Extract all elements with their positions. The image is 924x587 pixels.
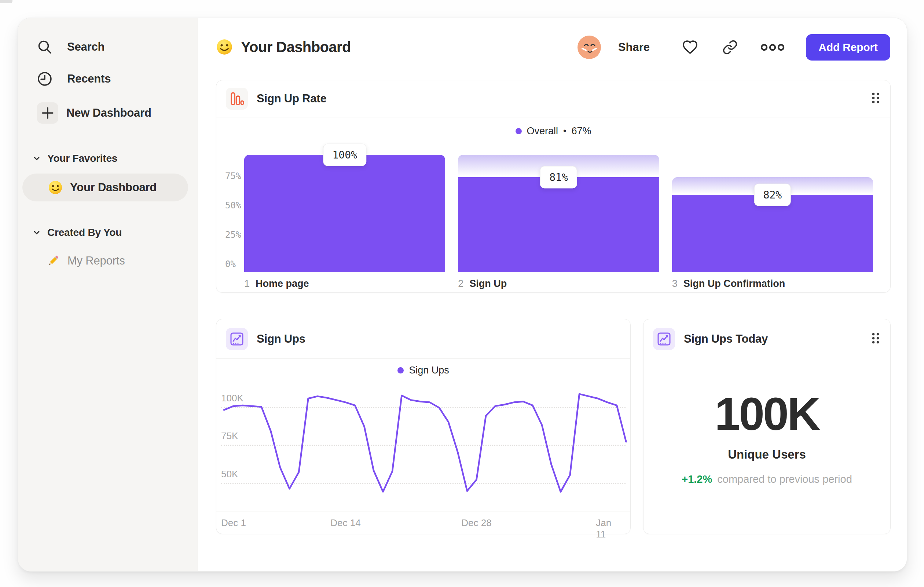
funnel-bar-fill (458, 177, 659, 272)
sidebar-section-label: Your Favorites (47, 153, 117, 164)
line-chart-icon (653, 328, 675, 350)
card-title: Sign Up Rate (257, 92, 327, 105)
funnel-y-tick: 50% (225, 200, 241, 211)
funnel-bar[interactable]: 82%3Sign Up Confirmation (672, 155, 873, 272)
app-window: Search Recents New Dashboard Your Favori… (18, 18, 907, 572)
stat-delta-row: +1.2% compared to previous period (644, 473, 890, 485)
sign-up-rate-card: Sign Up Rate Overall • 67% 75%50%25%0% 1… (216, 80, 891, 293)
funnel-step-label: 3Sign Up Confirmation (672, 278, 785, 289)
sidebar-item-label: My Reports (68, 254, 125, 268)
funnel-step-label: 2Sign Up (458, 278, 507, 289)
chevron-down-icon (33, 154, 41, 162)
conversion-badge: 82% (754, 184, 791, 206)
sidebar-item-recents[interactable]: Recents (37, 66, 111, 92)
card-header: Sign Ups Today (644, 319, 890, 359)
sidebar: Search Recents New Dashboard Your Favori… (18, 18, 198, 571)
search-icon (37, 39, 53, 55)
header-actions: Share Add Report (577, 34, 890, 61)
sidebar-item-new-dashboard[interactable]: New Dashboard (37, 100, 152, 126)
favorite-heart-icon[interactable] (682, 40, 698, 55)
sidebar-section-created-by-you[interactable]: Created By You (33, 227, 122, 239)
legend-series-name: Overall (527, 126, 558, 137)
share-button[interactable]: Share (618, 41, 650, 54)
funnel-step-label: 1Home page (244, 278, 309, 289)
step-number: 2 (458, 278, 464, 289)
sign-ups-card: Sign Ups Sign Ups 100K75K50KDec 1Dec 14D… (216, 319, 631, 534)
funnel-bar-fill (672, 195, 873, 272)
funnel-bar-fill (244, 155, 445, 272)
smiley-emoji-icon (216, 38, 233, 55)
pencil-emoji-icon (46, 254, 60, 268)
sidebar-section-your-favorites[interactable]: Your Favorites (33, 152, 117, 165)
funnel-y-tick: 25% (225, 230, 241, 240)
conversion-badge: 81% (540, 166, 577, 188)
legend-dot (516, 128, 522, 134)
funnel-y-tick: 75% (225, 171, 241, 181)
legend-value: 67% (571, 126, 591, 137)
sidebar-item-label: New Dashboard (66, 106, 152, 120)
sidebar-item-your-dashboard[interactable]: Your Dashboard (22, 174, 188, 202)
card-header: Sign Up Rate (216, 80, 890, 117)
top-left-artifact (0, 0, 12, 3)
funnel-y-tick: 0% (225, 259, 236, 269)
sidebar-item-label: Your Dashboard (70, 181, 157, 194)
drag-handle-icon[interactable] (871, 92, 880, 106)
screen: Search Recents New Dashboard Your Favori… (0, 0, 924, 587)
card-title: Sign Ups Today (684, 332, 768, 346)
more-options-icon[interactable] (760, 43, 785, 52)
drag-handle-icon[interactable] (871, 332, 880, 346)
step-name: Sign Up Confirmation (683, 278, 785, 289)
stat-value: 100K (644, 387, 890, 441)
main-content: Your Dashboard Share (198, 18, 907, 571)
sign-ups-line-series (216, 319, 631, 534)
legend-separator: • (563, 126, 566, 136)
sign-ups-today-card: Sign Ups Today 100K Unique Users +1.2% c… (643, 319, 891, 534)
stat-delta-note: compared to previous period (717, 473, 852, 485)
dashboard-title-group: Your Dashboard (216, 35, 351, 59)
clock-icon (37, 71, 53, 87)
sidebar-item-search[interactable]: Search (37, 34, 104, 60)
conversion-badge: 100% (323, 144, 366, 166)
sidebar-item-label: Recents (67, 72, 111, 86)
plus-icon (37, 103, 58, 124)
chevron-down-icon (33, 228, 41, 236)
sidebar-item-my-reports[interactable]: My Reports (46, 248, 125, 274)
funnel-bars: 100%1Home page81%2Sign Up82%3Sign Up Con… (244, 155, 873, 272)
x-axis-line (216, 511, 630, 511)
funnel-chart-icon (226, 88, 248, 110)
step-name: Home page (256, 278, 309, 289)
avatar[interactable] (577, 35, 601, 60)
step-name: Sign Up (469, 278, 507, 289)
stat-sublabel: Unique Users (644, 448, 890, 461)
sidebar-item-label: Search (67, 40, 104, 54)
copy-link-icon[interactable] (722, 40, 738, 55)
sidebar-section-label: Created By You (47, 227, 122, 238)
step-number: 3 (672, 278, 678, 289)
funnel-bar[interactable]: 100%1Home page (244, 155, 445, 272)
smiley-emoji-icon (48, 180, 63, 195)
step-number: 1 (244, 278, 250, 289)
add-report-button[interactable]: Add Report (806, 34, 890, 61)
stat-delta: +1.2% (681, 473, 712, 485)
funnel-legend: Overall • 67% (216, 117, 890, 145)
page-title: Your Dashboard (241, 39, 351, 55)
funnel-bar[interactable]: 81%2Sign Up (458, 155, 659, 272)
